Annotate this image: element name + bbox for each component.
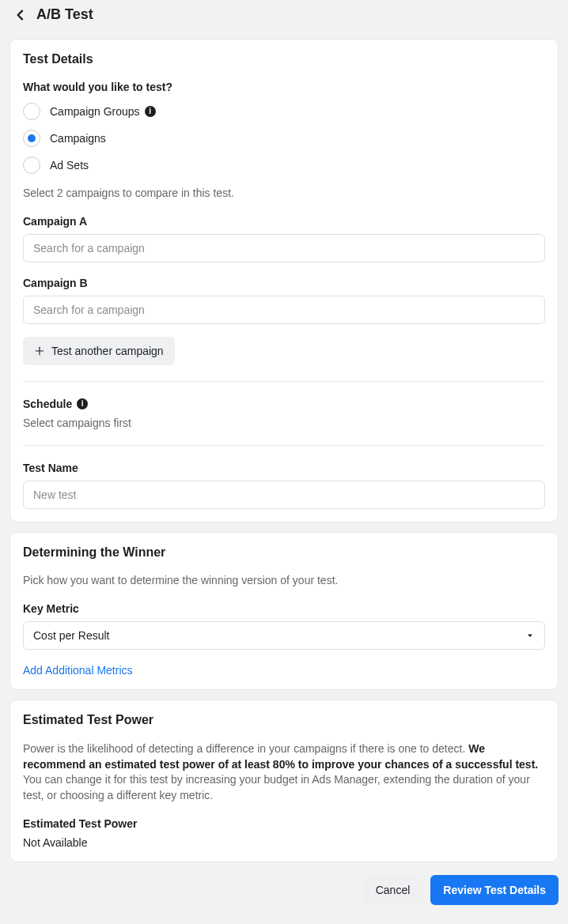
cancel-button[interactable]: Cancel	[363, 875, 423, 905]
divider	[23, 381, 545, 382]
radio-icon	[23, 157, 40, 174]
plus-icon	[34, 345, 45, 356]
radio-icon	[23, 130, 40, 147]
key-metric-label: Key Metric	[23, 602, 545, 615]
what-to-test-label: What would you like to test?	[23, 81, 545, 93]
power-label: Estimated Test Power	[23, 817, 545, 830]
review-test-details-button[interactable]: Review Test Details	[430, 875, 559, 905]
divider	[23, 445, 545, 446]
campaign-b-input[interactable]	[23, 296, 545, 324]
power-description: Power is the likelihood of detecting a d…	[23, 741, 545, 803]
add-additional-metrics-link[interactable]: Add Additional Metrics	[23, 664, 133, 677]
test-details-card: Test Details What would you like to test…	[9, 39, 559, 522]
campaign-a-label: Campaign A	[23, 215, 545, 228]
power-card: Estimated Test Power Power is the likeli…	[9, 700, 559, 862]
test-details-heading: Test Details	[23, 52, 545, 66]
key-metric-select[interactable]: Cost per Result	[23, 621, 545, 650]
add-another-campaign-label: Test another campaign	[51, 345, 164, 357]
test-name-label: Test Name	[23, 462, 545, 474]
add-another-campaign-button[interactable]: Test another campaign	[23, 337, 175, 365]
info-icon[interactable]: i	[77, 398, 88, 409]
selection-instruction: Select 2 campaigns to compare in this te…	[23, 187, 545, 199]
back-chevron-icon[interactable]	[14, 9, 27, 21]
schedule-label: Schedule i	[23, 398, 545, 410]
radio-label: Campaigns	[50, 132, 106, 145]
winner-card: Determining the Winner Pick how you want…	[9, 532, 559, 690]
winner-description: Pick how you want to determine the winni…	[23, 574, 545, 586]
radio-campaigns[interactable]: Campaigns	[23, 130, 545, 147]
radio-campaign-groups[interactable]: Campaign Groups i	[23, 103, 545, 120]
radio-ad-sets[interactable]: Ad Sets	[23, 157, 545, 174]
page-title: A/B Test	[36, 6, 93, 23]
radio-label: Ad Sets	[50, 159, 89, 172]
winner-heading: Determining the Winner	[23, 545, 545, 560]
radio-label: Campaign Groups i	[50, 105, 156, 118]
test-name-input[interactable]	[23, 481, 545, 509]
key-metric-value: Cost per Result	[33, 629, 109, 642]
campaign-b-label: Campaign B	[23, 277, 545, 289]
power-value: Not Available	[23, 836, 545, 849]
power-heading: Estimated Test Power	[23, 713, 545, 727]
caret-down-icon	[525, 631, 535, 640]
info-icon[interactable]: i	[145, 106, 156, 117]
radio-icon	[23, 103, 40, 120]
campaign-a-input[interactable]	[23, 234, 545, 262]
svg-marker-2	[528, 635, 532, 638]
schedule-hint: Select campaigns first	[23, 417, 545, 429]
